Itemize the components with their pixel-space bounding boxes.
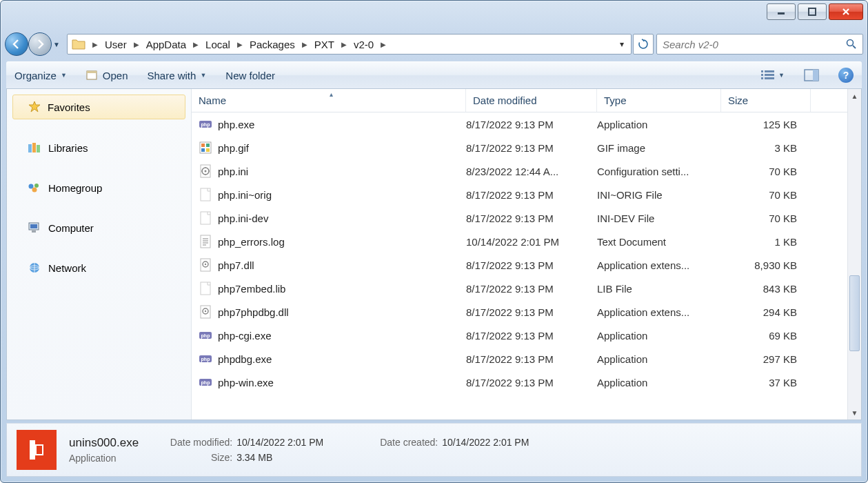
column-name[interactable]: Name — [192, 89, 466, 112]
file-type: INI-DEV File — [597, 213, 721, 224]
svg-rect-28 — [206, 144, 210, 147]
breadcrumb-item[interactable]: AppData▶ — [142, 34, 201, 54]
help-button[interactable]: ? — [838, 68, 854, 83]
file-type: Application extens... — [597, 306, 721, 318]
breadcrumb-item[interactable]: Local▶ — [201, 34, 245, 54]
file-type-icon: php — [199, 375, 212, 389]
file-size: 69 KB — [721, 330, 797, 342]
sidebar-libraries[interactable]: Libraries — [7, 136, 191, 159]
chevron-right-icon[interactable]: ▶ — [378, 41, 389, 48]
svg-text:php: php — [201, 333, 210, 339]
new-folder-button[interactable]: New folder — [225, 70, 275, 81]
date-created-value: 10/14/2022 2:01 PM — [442, 437, 529, 448]
file-type-icon — [199, 305, 212, 319]
breadcrumb-item[interactable]: PXT▶ — [310, 34, 350, 54]
svg-text:php: php — [201, 380, 210, 386]
column-size[interactable]: Size — [721, 89, 811, 112]
sidebar-computer[interactable]: Computer — [7, 216, 191, 239]
svg-rect-15 — [37, 145, 40, 152]
file-row[interactable]: php_errors.log10/14/2022 2:01 PMText Doc… — [192, 230, 861, 253]
file-row[interactable]: phpphp.exe8/17/2022 9:13 PMApplication12… — [192, 112, 861, 136]
selected-file-icon — [17, 430, 57, 470]
sidebar-homegroup[interactable]: Homegroup — [7, 176, 191, 199]
svg-rect-52 — [37, 446, 42, 454]
file-row[interactable]: phpphp-cgi.exe8/17/2022 9:13 PMApplicati… — [192, 324, 861, 347]
share-menu[interactable]: Share with▼ — [148, 70, 207, 81]
search-box[interactable] — [656, 34, 863, 55]
svg-point-39 — [205, 264, 206, 265]
address-bar[interactable]: ▶ User▶ AppData▶ Local▶ Packages▶ PXT▶ v… — [67, 34, 632, 55]
column-type[interactable]: Type — [597, 89, 721, 112]
preview-pane-icon — [804, 69, 819, 81]
file-type: Application — [597, 330, 721, 342]
file-type: GIF image — [597, 142, 721, 154]
sidebar-network[interactable]: Network — [7, 256, 191, 279]
view-options[interactable]: ▼ — [760, 69, 785, 81]
breadcrumb-item[interactable]: v2-0▶ — [350, 34, 389, 54]
close-button[interactable] — [829, 3, 863, 20]
organize-menu[interactable]: Organize▼ — [14, 70, 67, 81]
chevron-right-icon[interactable]: ▶ — [90, 41, 101, 48]
breadcrumb-item[interactable]: User▶ — [101, 34, 142, 54]
file-row[interactable]: php7phpdbg.dll8/17/2022 9:13 PMApplicati… — [192, 300, 861, 324]
chevron-right-icon[interactable]: ▶ — [299, 41, 310, 48]
file-name: php7phpdbg.dll — [218, 306, 289, 318]
file-date: 8/23/2022 12:44 A... — [466, 166, 597, 177]
refresh-button[interactable] — [633, 34, 654, 55]
chevron-down-icon: ▼ — [61, 72, 67, 79]
file-row[interactable]: php.gif8/17/2022 9:13 PMGIF image3 KB — [192, 136, 861, 159]
computer-icon — [28, 221, 41, 234]
file-row[interactable]: php.ini8/23/2022 12:44 A...Configuration… — [192, 159, 861, 183]
sidebar-favorites[interactable]: Favorites — [12, 95, 185, 119]
titlebar — [1, 1, 867, 30]
open-button[interactable]: Open — [86, 70, 128, 81]
file-row[interactable]: phpphp-win.exe8/17/2022 9:13 PMApplicati… — [192, 371, 861, 394]
chevron-down-icon: ▼ — [778, 72, 785, 79]
search-input[interactable] — [663, 39, 846, 50]
file-row[interactable]: php7embed.lib8/17/2022 9:13 PMLIB File84… — [192, 277, 861, 300]
scroll-track[interactable] — [848, 103, 861, 406]
preview-pane-button[interactable] — [804, 69, 819, 81]
minimize-icon — [777, 8, 785, 16]
file-date: 8/17/2022 9:13 PM — [466, 142, 597, 154]
history-dropdown[interactable]: ▼ — [52, 41, 61, 48]
svg-rect-12 — [813, 70, 818, 81]
file-date: 8/17/2022 9:13 PM — [466, 259, 597, 271]
chevron-down-icon: ▼ — [200, 72, 206, 79]
back-arrow-icon — [10, 38, 23, 50]
file-date: 8/17/2022 9:13 PM — [466, 213, 597, 224]
file-row[interactable]: phpphpdbg.exe8/17/2022 9:13 PMApplicatio… — [192, 347, 861, 371]
chevron-right-icon[interactable]: ▶ — [190, 41, 201, 48]
column-date-modified[interactable]: Date modified — [466, 89, 597, 112]
vertical-scrollbar[interactable]: ▲ ▼ — [847, 89, 861, 420]
file-row[interactable]: php7.dll8/17/2022 9:13 PMApplication ext… — [192, 253, 861, 277]
scroll-up-button[interactable]: ▲ — [848, 89, 861, 103]
file-name: php7.dll — [218, 259, 254, 271]
file-row[interactable]: php.ini~orig8/17/2022 9:13 PMINI~ORIG Fi… — [192, 183, 861, 206]
svg-rect-13 — [28, 144, 32, 152]
file-name: php.gif — [218, 142, 249, 154]
breadcrumb-item[interactable]: Packages▶ — [245, 34, 310, 54]
file-type: Text Document — [597, 236, 721, 248]
window-controls — [767, 3, 863, 20]
maximize-button[interactable] — [798, 3, 827, 20]
svg-rect-9 — [761, 77, 763, 79]
svg-rect-4 — [87, 71, 97, 73]
scroll-thumb[interactable] — [849, 275, 860, 351]
svg-rect-21 — [32, 230, 36, 233]
chevron-right-icon[interactable]: ▶ — [339, 41, 350, 48]
libraries-icon — [28, 141, 41, 154]
back-button[interactable] — [5, 32, 28, 56]
svg-rect-10 — [765, 77, 774, 79]
file-size: 70 KB — [721, 213, 797, 224]
office-icon — [24, 437, 49, 462]
chevron-right-icon[interactable]: ▶ — [234, 41, 245, 48]
scroll-down-button[interactable]: ▼ — [848, 406, 861, 420]
forward-button[interactable] — [28, 32, 52, 56]
chevron-right-icon[interactable]: ▶ — [131, 41, 142, 48]
file-size: 8,930 KB — [721, 259, 797, 271]
address-dropdown[interactable]: ▾ — [616, 39, 628, 49]
svg-rect-14 — [32, 143, 36, 152]
minimize-button[interactable] — [767, 3, 796, 20]
file-row[interactable]: php.ini-dev8/17/2022 9:13 PMINI-DEV File… — [192, 206, 861, 230]
